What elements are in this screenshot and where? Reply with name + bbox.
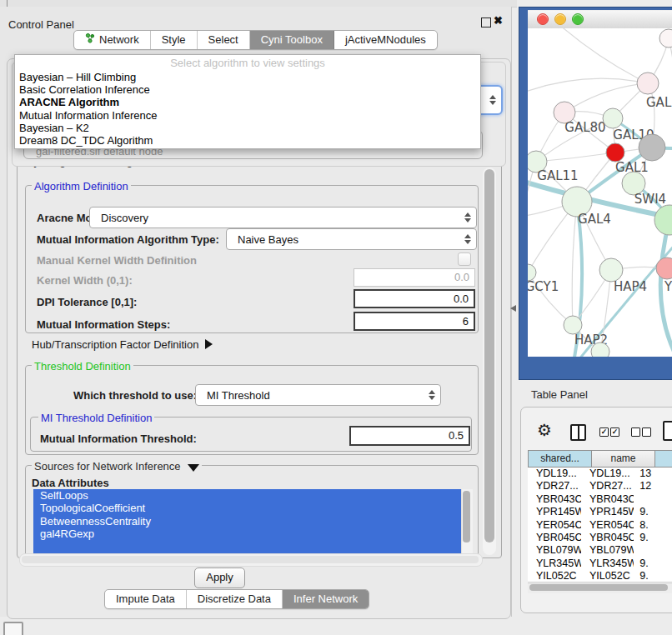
sources-legend[interactable]: Sources for Network Inference (32, 460, 202, 472)
document-icon[interactable] (663, 421, 672, 441)
column-header[interactable]: name (592, 450, 655, 468)
minimize-traffic-light-icon[interactable] (554, 13, 566, 25)
network-node[interactable] (591, 342, 609, 357)
table-row[interactable]: YLR345WYLR345W9. (528, 558, 672, 570)
combo-stepper-icon (464, 234, 471, 244)
tab-style[interactable]: Style (151, 31, 198, 49)
table-cell: 9. (634, 532, 672, 544)
table-settings-gear-icon[interactable]: ⚙ (537, 421, 552, 439)
table-cell: YBR045C (528, 532, 581, 544)
network-edge[interactable] (669, 38, 672, 103)
top-strip-tick (7, 0, 8, 7)
table-row[interactable]: YDL19...YDL19...13 (528, 468, 672, 480)
network-node[interactable] (659, 29, 672, 48)
algorithm-option-basic-correlation-inference[interactable]: Basic Correlation Inference (15, 83, 480, 96)
network-node-hap4[interactable] (599, 258, 623, 282)
network-node-gcy1[interactable] (528, 264, 536, 281)
table-row[interactable]: YDR27...YDR27...12 (528, 480, 672, 492)
table-row[interactable]: YBR045CYBR045C9. (528, 532, 672, 544)
close-traffic-light-icon[interactable] (537, 13, 549, 25)
table-row[interactable]: YBR043CYBR043C (528, 493, 672, 506)
network-window-titlebar[interactable] (528, 10, 672, 29)
aracne-mode-value: Discovery (101, 212, 148, 224)
network-node-y[interactable] (656, 258, 672, 279)
table-row[interactable]: YER054CYER054C8. (528, 519, 672, 532)
zoom-traffic-light-icon[interactable] (572, 13, 584, 25)
column-header[interactable] (655, 450, 672, 468)
combo-stepper-icon (464, 212, 471, 222)
mi-threshold-field[interactable]: 0.5 (349, 426, 470, 446)
settings-horizontal-scrollbar-thumb[interactable] (22, 556, 479, 563)
tab-select[interactable]: Select (198, 31, 250, 49)
hub-tf-definition-toggle[interactable]: Hub/Transcription Factor Definition (32, 338, 213, 351)
tab-cyni-toolbox[interactable]: Cyni Toolbox (250, 31, 334, 49)
deselect-all-checkbox-icon[interactable] (631, 428, 640, 437)
network-node-gal[interactable] (637, 72, 659, 94)
deselect-all-checkbox-icon[interactable] (642, 428, 651, 437)
algorithm-option-mutual-information-inference[interactable]: Mutual Information Inference (15, 109, 480, 122)
network-node-gal1[interactable] (606, 143, 624, 162)
table-cell: 9. (634, 506, 672, 518)
tab-jactivemnodules[interactable]: jActiveMNodules (334, 31, 437, 49)
mi-algorithm-type-label: Mutual Information Algorithm Type: (37, 233, 219, 246)
tab-network[interactable]: Network (74, 31, 151, 49)
algorithm-option-aracne-algorithm[interactable]: ARACNE Algorithm (15, 96, 480, 108)
tab-label: Network (99, 31, 139, 49)
table-row[interactable]: YIL052CYIL052C9. (528, 570, 672, 581)
attribute-list-scrollbar-thumb[interactable] (463, 491, 470, 542)
attribute-item[interactable]: gal4RGexp (33, 528, 461, 540)
table-row[interactable]: YPR145WYPR145W9. (528, 506, 672, 518)
select-all-checkbox-icon[interactable]: ✓ (599, 428, 609, 437)
network-edge[interactable] (536, 152, 615, 162)
attribute-item[interactable]: SelfLoops (33, 489, 461, 502)
network-canvas[interactable]: GALGAL80GAL10GAL1GAL11SWI4GAL4GCY1HAP4YH… (528, 28, 672, 357)
table-row[interactable]: YBL079WYBL079W (528, 544, 672, 557)
table-horizontal-scrollbar-thumb[interactable] (529, 584, 668, 591)
tab-discretize-data[interactable]: Discretize Data (187, 590, 283, 608)
table-cell: YIL052C (528, 570, 581, 581)
close-icon[interactable]: ✖ (494, 14, 503, 27)
table-panel-title: Table Panel (531, 388, 588, 401)
algorithm-option-bayesian-hill-climbing[interactable]: Bayesian – Hill Climbing (15, 71, 480, 83)
network-edge[interactable] (559, 28, 648, 83)
network-edge[interactable] (572, 202, 577, 325)
tab-infer-network[interactable]: Infer Network (283, 590, 369, 608)
apply-button[interactable]: Apply (194, 568, 245, 588)
algorithm-option-dream8-dc-tdc-algorithm[interactable]: Dream8 DC_TDC Algorithm (15, 134, 480, 147)
aracne-mode-combobox[interactable]: Discovery (89, 207, 477, 228)
which-threshold-combobox[interactable]: MI Threshold (195, 384, 441, 406)
node-label: HAP4 (614, 279, 647, 294)
mi-algorithm-type-combobox[interactable]: Naive Bayes (226, 228, 477, 250)
settings-vertical-scrollbar-thumb[interactable] (484, 169, 494, 542)
mi-steps-field[interactable]: 6 (354, 312, 475, 331)
algorithm-dropdown-popup: Select algorithm to view settings Bayesi… (14, 54, 481, 149)
network-node-hap2[interactable] (564, 316, 582, 334)
minimized-panel-chip[interactable] (3, 622, 23, 635)
data-attributes-list[interactable]: SelfLoopsTopologicalCoefficientBetweenne… (33, 489, 461, 553)
table-cell: 13 (634, 468, 672, 480)
node-label: GAL11 (537, 168, 578, 183)
float-panel-icon[interactable] (481, 18, 491, 28)
node-label: SWI4 (634, 192, 666, 207)
network-node[interactable] (654, 205, 672, 235)
network-node-gal10[interactable] (603, 108, 623, 128)
network-graph[interactable]: GALGAL80GAL10GAL1GAL11SWI4GAL4GCY1HAP4YH… (528, 28, 672, 357)
attribute-item[interactable]: BetweennessCentrality (33, 515, 461, 528)
manual-kernel-width-checkbox[interactable] (458, 252, 471, 266)
table-header-row: shared...name (528, 450, 672, 468)
node-label: GAL (646, 95, 672, 110)
tab-impute-data[interactable]: Impute Data (105, 590, 187, 608)
network-node[interactable] (639, 134, 665, 161)
algorithm-option-bayesian-k2[interactable]: Bayesian – K2 (15, 122, 480, 134)
table-cell: YDR27... (528, 480, 581, 492)
which-threshold-value: MI Threshold (207, 389, 270, 402)
dpi-tolerance-field[interactable]: 0.0 (354, 289, 475, 308)
network-edge[interactable] (564, 83, 648, 112)
mi-steps-label: Mutual Information Steps: (37, 318, 170, 331)
kernel-width-field[interactable]: 0.0 (354, 268, 475, 287)
select-all-checkbox-icon[interactable]: ✓ (610, 428, 619, 437)
combo-stepper-icon (429, 390, 435, 400)
attribute-item[interactable]: TopologicalCoefficient (33, 502, 461, 514)
split-columns-icon[interactable] (570, 424, 586, 441)
column-header[interactable]: shared... (528, 450, 592, 468)
